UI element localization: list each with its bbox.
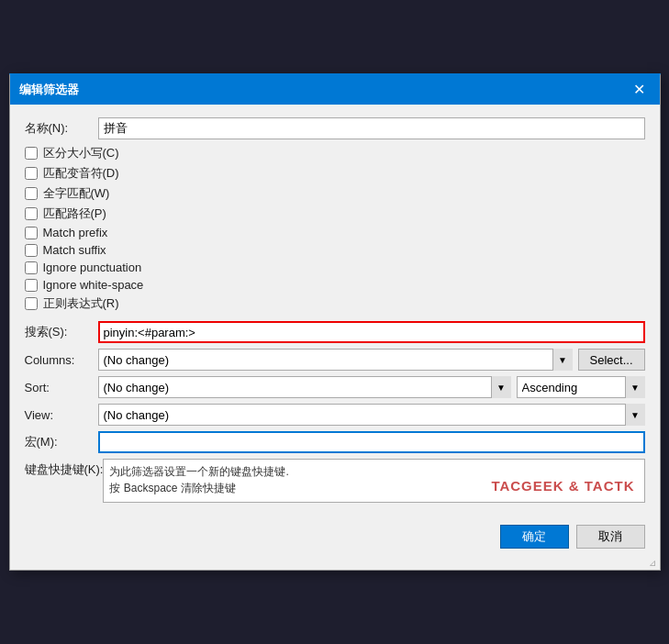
columns-row: Columns: (No change) ▼ Select... <box>25 349 645 371</box>
checkbox-cb4[interactable] <box>25 207 38 220</box>
checkbox-cb6[interactable] <box>25 244 38 257</box>
name-input[interactable] <box>98 117 645 139</box>
checkbox-label-2: 全字匹配(W) <box>43 185 110 202</box>
macro-label: 宏(M): <box>25 434 98 450</box>
checkbox-cb9[interactable] <box>25 297 38 310</box>
checkbox-row-3: 匹配路径(P) <box>25 205 645 222</box>
columns-label: Columns: <box>25 353 98 367</box>
checkbox-cb8[interactable] <box>25 279 38 292</box>
name-label: 名称(N): <box>25 120 98 137</box>
checkbox-label-4: Match prefix <box>43 226 108 239</box>
checkbox-row-5: Match suffix <box>25 243 645 257</box>
shortcut-hint-line1: 为此筛选器设置一个新的键盘快捷键. <box>109 465 288 478</box>
search-label: 搜索(S): <box>25 324 98 340</box>
view-row: View: (No change) ▼ <box>25 404 645 426</box>
checkbox-cb3[interactable] <box>25 187 38 200</box>
columns-select-wrapper: (No change) ▼ <box>98 349 573 371</box>
checkbox-row-1: 匹配变音符(D) <box>25 165 645 182</box>
columns-select[interactable]: (No change) <box>98 349 573 371</box>
checkbox-row-4: Match prefix <box>25 226 645 239</box>
sort-asc-select[interactable]: Ascending Descending <box>517 376 645 398</box>
sort-main-select-wrapper: (No change) ▼ <box>98 376 511 398</box>
checkbox-label-6: Ignore punctuation <box>43 261 142 274</box>
sort-label: Sort: <box>25 381 98 394</box>
checkbox-cb7[interactable] <box>25 261 38 274</box>
checkbox-cb5[interactable] <box>25 227 38 239</box>
checkbox-cb2[interactable] <box>25 167 38 180</box>
close-button[interactable]: ✕ <box>628 81 651 99</box>
checkbox-row-2: 全字匹配(W) <box>25 185 645 202</box>
columns-select-button[interactable]: Select... <box>578 349 645 371</box>
name-row: 名称(N): <box>25 117 645 139</box>
watermark-text: TACGEEK & TACTK <box>491 476 634 497</box>
resize-handle: ⊿ <box>10 558 660 570</box>
checkbox-row-8: 正则表达式(R) <box>25 295 645 312</box>
shortcut-label: 键盘快捷键(K): <box>25 459 104 478</box>
checkbox-label-5: Match suffix <box>43 243 106 257</box>
dialog-body: 名称(N): 区分大小写(C)匹配变音符(D)全字匹配(W)匹配路径(P)Mat… <box>10 105 660 521</box>
checkbox-label-0: 区分大小写(C) <box>43 145 119 161</box>
checkbox-cb1[interactable] <box>25 147 38 160</box>
sort-asc-wrapper: Ascending Descending ▼ <box>517 376 645 398</box>
view-select[interactable]: (No change) <box>98 404 645 426</box>
checkbox-row-0: 区分大小写(C) <box>25 145 645 161</box>
edit-filter-dialog: 编辑筛选器 ✕ 名称(N): 区分大小写(C)匹配变音符(D)全字匹配(W)匹配… <box>9 73 661 571</box>
view-label: View: <box>25 408 98 422</box>
ok-button[interactable]: 确定 <box>500 525 569 549</box>
checkbox-label-8: 正则表达式(R) <box>43 295 119 312</box>
view-select-wrapper: (No change) ▼ <box>98 404 645 426</box>
macro-row: 宏(M): <box>25 431 645 453</box>
resize-icon: ⊿ <box>649 558 656 568</box>
search-input[interactable] <box>98 321 645 343</box>
sort-main-select[interactable]: (No change) <box>98 376 511 398</box>
macro-input[interactable] <box>98 431 645 453</box>
checkboxes-container: 区分大小写(C)匹配变音符(D)全字匹配(W)匹配路径(P)Match pref… <box>25 145 645 312</box>
shortcut-hint-line2: 按 Backspace 清除快捷键 <box>109 482 235 494</box>
checkbox-row-6: Ignore punctuation <box>25 261 645 274</box>
checkbox-label-3: 匹配路径(P) <box>43 205 106 222</box>
checkbox-row-7: Ignore white-space <box>25 278 645 292</box>
title-bar: 编辑筛选器 ✕ <box>10 75 660 105</box>
checkbox-label-7: Ignore white-space <box>43 278 144 292</box>
sort-row: Sort: (No change) ▼ Ascending Descending… <box>25 376 645 398</box>
shortcut-area[interactable]: 为此筛选器设置一个新的键盘快捷键. 按 Backspace 清除快捷键 TACG… <box>103 459 644 503</box>
dialog-footer: 确定 取消 <box>10 521 660 558</box>
checkbox-label-1: 匹配变音符(D) <box>43 165 119 182</box>
search-row: 搜索(S): <box>25 321 645 343</box>
cancel-button[interactable]: 取消 <box>576 525 645 549</box>
dialog-title: 编辑筛选器 <box>19 82 79 98</box>
shortcut-row: 键盘快捷键(K): 为此筛选器设置一个新的键盘快捷键. 按 Backspace … <box>25 459 645 503</box>
